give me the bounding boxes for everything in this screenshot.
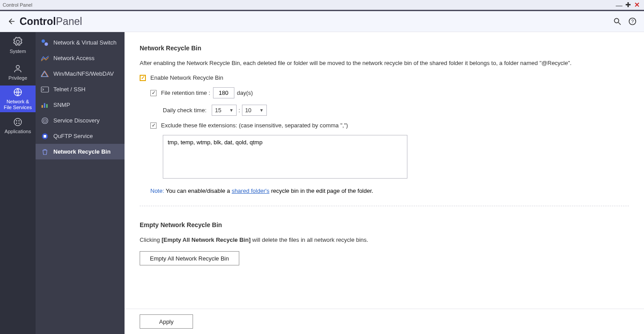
- rail-tab-applications[interactable]: Applications: [0, 112, 36, 139]
- window-title: Control Panel: [3, 2, 32, 8]
- submenu-item-recycle-bin[interactable]: Network Recycle Bin: [36, 144, 125, 159]
- submenu-label: QuFTP Service: [53, 133, 93, 139]
- network-access-icon: [41, 54, 49, 62]
- apps-icon: [13, 117, 23, 127]
- svg-point-12: [44, 42, 48, 46]
- check-hour-value: 15: [215, 107, 221, 114]
- submenu-label: Service Discovery: [53, 117, 100, 124]
- globe-icon: [13, 87, 23, 97]
- enable-recycle-checkbox[interactable]: [140, 75, 146, 81]
- app-title: ControlPanel: [20, 16, 82, 28]
- exclude-ext-checkbox[interactable]: [150, 122, 157, 129]
- empty-all-button[interactable]: Empty All Network Recycle Bin: [140, 251, 239, 265]
- search-button[interactable]: [611, 15, 624, 28]
- category-rail: System Privilege Network & File Services…: [0, 32, 36, 334]
- submenu-label: SNMP: [53, 102, 70, 108]
- svg-point-9: [16, 122, 17, 124]
- submenu-label: Network Recycle Bin: [53, 148, 111, 155]
- svg-point-0: [614, 18, 619, 23]
- arrow-left-icon: [7, 17, 16, 26]
- svg-line-1: [619, 23, 621, 25]
- rail-label-system: System: [10, 49, 26, 54]
- window-titlebar: Control Panel — ✚ ✕: [0, 0, 644, 10]
- time-separator: :: [238, 107, 240, 114]
- submenu-item-network-access[interactable]: Network Access: [36, 50, 125, 66]
- svg-rect-16: [42, 105, 43, 108]
- retention-unit: day(s): [237, 90, 253, 96]
- triangle-icon: [41, 70, 49, 78]
- retention-checkbox[interactable]: [150, 90, 157, 96]
- section2-before: Clicking: [140, 236, 161, 243]
- svg-point-21: [44, 120, 45, 121]
- window-close-button[interactable]: ✕: [632, 1, 641, 9]
- user-icon: [13, 64, 23, 73]
- rail-label-applications: Applications: [4, 129, 31, 134]
- bars-icon: [41, 101, 49, 109]
- retention-input[interactable]: [213, 87, 234, 98]
- submenu-item-telnet[interactable]: Telnet / SSH: [36, 81, 125, 97]
- shared-folder-link[interactable]: shared folder's: [232, 187, 270, 194]
- back-button[interactable]: [5, 16, 17, 27]
- rail-label-privilege: Privilege: [8, 75, 27, 81]
- rail-label-network: Network & File Services: [4, 99, 32, 110]
- section2-bold: [Empty All Network Recycle Bin]: [161, 236, 250, 243]
- svg-rect-15: [41, 87, 49, 92]
- exclude-ext-label: Exclude these file extensions: (case ins…: [161, 122, 348, 129]
- search-icon: [613, 17, 622, 26]
- check-min-select[interactable]: 10 ▼: [242, 105, 267, 116]
- app-header: ControlPanel ?: [0, 11, 644, 32]
- submenu-label: Network & Virtual Switch: [53, 39, 117, 46]
- svg-point-10: [18, 122, 20, 124]
- window-minimize-button[interactable]: —: [615, 1, 624, 9]
- svg-point-8: [18, 120, 20, 122]
- rail-tab-system[interactable]: System: [0, 32, 36, 59]
- check-hour-select[interactable]: 15 ▼: [212, 105, 237, 116]
- submenu-item-service-discovery[interactable]: Service Discovery: [36, 113, 125, 128]
- retention-label: File retention time :: [161, 90, 210, 96]
- note-label: Note:: [150, 187, 164, 194]
- svg-point-11: [42, 39, 45, 43]
- radar-icon: [41, 117, 49, 125]
- svg-point-4: [16, 65, 19, 68]
- help-button[interactable]: ?: [626, 15, 639, 28]
- submenu: Network & Virtual Switch Network Access …: [36, 32, 125, 334]
- content-pane: Network Recycle Bin After enabling the N…: [125, 32, 644, 334]
- network-switch-icon: [41, 39, 49, 47]
- check-time-label: Daily check time:: [163, 107, 206, 114]
- app-title-light: Panel: [56, 16, 82, 27]
- section2-desc: Clicking [Empty All Network Recycle Bin]…: [140, 236, 629, 243]
- submenu-item-quftp[interactable]: QuFTP Service: [36, 128, 125, 144]
- help-icon: ?: [628, 17, 637, 26]
- note-line: Note: You can enable/disable a shared fo…: [150, 187, 629, 194]
- submenu-item-snmp[interactable]: SNMP: [36, 97, 125, 113]
- svg-text:?: ?: [631, 19, 634, 24]
- submenu-item-nvs[interactable]: Network & Virtual Switch: [36, 35, 125, 50]
- recycle-bin-icon: [41, 148, 49, 156]
- note-text-after: recycle bin in the edit page of the fold…: [270, 187, 373, 194]
- section-divider: [140, 206, 629, 206]
- submenu-label: Network Access: [53, 55, 94, 61]
- apply-button[interactable]: Apply: [140, 314, 193, 329]
- svg-rect-18: [46, 104, 48, 107]
- section2-after: will delete the files in all network rec…: [250, 236, 368, 243]
- submenu-item-winmac[interactable]: Win/Mac/NFS/WebDAV: [36, 66, 125, 81]
- rail-tab-network[interactable]: Network & File Services: [0, 86, 36, 112]
- note-text-before: You can enable/disable a: [164, 187, 232, 194]
- window-maximize-button[interactable]: ✚: [624, 1, 632, 9]
- exclude-ext-textarea[interactable]: [163, 135, 407, 179]
- svg-rect-17: [44, 103, 45, 108]
- submenu-label: Win/Mac/NFS/WebDAV: [53, 70, 114, 77]
- chevron-down-icon: ▼: [259, 108, 264, 113]
- submenu-label: Telnet / SSH: [53, 86, 85, 93]
- chevron-down-icon: ▼: [229, 108, 233, 113]
- app-title-bold: Control: [20, 16, 56, 27]
- enable-recycle-label: Enable Network Recycle Bin: [150, 74, 223, 81]
- section1-desc: After enabling the Network Recycle Bin, …: [140, 60, 629, 66]
- footer-bar: Apply: [125, 309, 644, 334]
- check-min-value: 10: [245, 107, 251, 114]
- svg-point-7: [16, 120, 17, 122]
- svg-point-6: [14, 118, 22, 126]
- section2-title: Empty Network Recycle Bin: [140, 221, 629, 228]
- gear-icon: [13, 37, 23, 47]
- rail-tab-privilege[interactable]: Privilege: [0, 59, 36, 86]
